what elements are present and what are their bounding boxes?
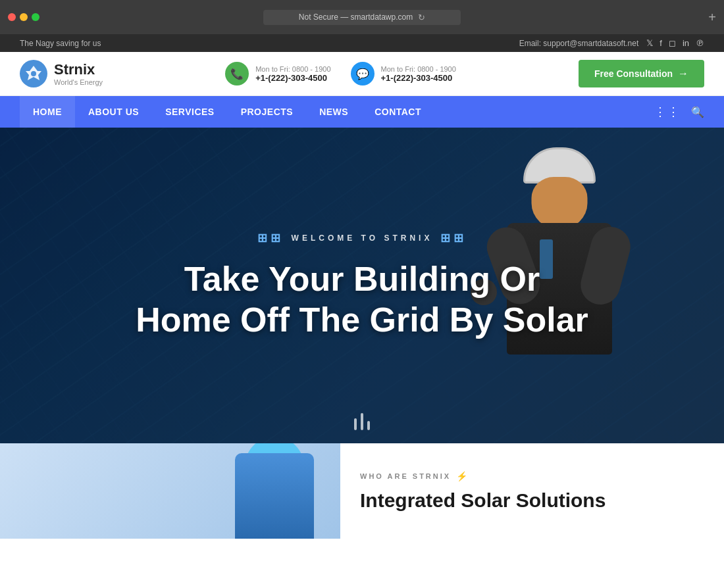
address-bar[interactable]: Not Secure — smartdatawp.com ↻ — [263, 10, 461, 25]
top-bar-tagline: The Nagy saving for us — [20, 39, 101, 48]
nav-services[interactable]: SERVICES — [152, 96, 228, 128]
nav-more-icon[interactable]: ⋮⋮ — [654, 105, 681, 119]
cta-arrow-icon: → — [678, 68, 688, 80]
hero-title-line2: Home Off The Grid By Solar — [136, 301, 588, 339]
logo-tagline: World's Energy — [54, 78, 103, 86]
contact-phone-label: Mon to Fri: 0800 - 1900 — [255, 65, 330, 73]
chat-icon: 💬 — [351, 62, 375, 86]
nav-projects[interactable]: PROJECTS — [228, 96, 306, 128]
instagram-icon[interactable]: ◻ — [669, 38, 676, 48]
contact-phone-number: +1-(222)-303-4500 — [255, 73, 330, 83]
top-bar-email: Email: support@smartdatasoft.net — [519, 39, 639, 48]
logo-text: Strnix World's Energy — [54, 61, 103, 86]
worker-body — [235, 453, 314, 539]
below-hero-image — [0, 443, 340, 539]
cta-button[interactable]: Free Consultation → — [579, 60, 704, 87]
logo-icon — [20, 60, 47, 87]
below-hero-section: WHO ARE STRNIX ⚡ Integrated Solar Soluti… — [0, 443, 724, 539]
contact-chat-text: Mon to Fri: 0800 - 1900 +1-(222)-303-450… — [381, 65, 456, 83]
nav-right: ⋮⋮ 🔍 — [654, 105, 704, 119]
phone-icon: 📞 — [225, 62, 249, 86]
top-bar: The Nagy saving for us Email: support@sm… — [0, 34, 724, 52]
header-contacts: 📞 Mon to Fri: 0800 - 1900 +1-(222)-303-4… — [225, 62, 456, 86]
refresh-icon[interactable]: ↻ — [418, 12, 425, 22]
close-button[interactable] — [8, 13, 16, 21]
linkedin-icon[interactable]: in — [683, 38, 689, 48]
nav-about[interactable]: ABOUT US — [75, 96, 152, 128]
top-bar-right: Email: support@smartdatasoft.net 𝕏 f ◻ i… — [519, 38, 704, 48]
main-nav: HOME ABOUT US SERVICES PROJECTS NEWS CON… — [0, 96, 724, 128]
contact-chat-number: +1-(222)-303-4500 — [381, 73, 456, 83]
twitter-icon[interactable]: 𝕏 — [646, 38, 653, 48]
search-icon[interactable]: 🔍 — [691, 106, 704, 118]
website-container: The Nagy saving for us Email: support@sm… — [0, 34, 724, 588]
new-tab-button[interactable]: + — [708, 10, 716, 25]
minimize-button[interactable] — [20, 13, 28, 21]
nav-items: HOME ABOUT US SERVICES PROJECTS NEWS CON… — [20, 96, 434, 128]
contact-chat-label: Mon to Fri: 0800 - 1900 — [381, 65, 456, 73]
nav-contact[interactable]: CONTACT — [361, 96, 434, 128]
hero-welcome: ⊞⊞ WELCOME TO STRNIX ⊞⊞ — [257, 231, 467, 245]
nav-news[interactable]: NEWS — [306, 96, 361, 128]
facebook-icon[interactable]: f — [659, 38, 662, 48]
address-text: Not Secure — smartdatawp.com — [299, 12, 413, 22]
contact-phone-text: Mon to Fri: 0800 - 1900 +1-(222)-303-450… — [255, 65, 330, 83]
svg-point-1 — [31, 71, 36, 76]
browser-chrome: Not Secure — smartdatawp.com ↻ + — [0, 0, 724, 34]
hero-title: Take Your Building Or Home Off The Grid … — [136, 258, 588, 341]
nav-home[interactable]: HOME — [20, 96, 75, 128]
cta-button-label: Free Consultation — [594, 68, 673, 79]
contact-phone: 📞 Mon to Fri: 0800 - 1900 +1-(222)-303-4… — [225, 62, 330, 86]
maximize-button[interactable] — [32, 13, 39, 21]
contact-chat: 💬 Mon to Fri: 0800 - 1900 +1-(222)-303-4… — [351, 62, 456, 86]
section-title: Integrated Solar Solutions — [360, 489, 704, 512]
below-hero-text: WHO ARE STRNIX ⚡ Integrated Solar Soluti… — [340, 443, 724, 539]
logo-name: Strnix — [54, 61, 103, 78]
hero-content: ⊞⊞ WELCOME TO STRNIX ⊞⊞ Take Your Buildi… — [0, 128, 724, 443]
site-header: Strnix World's Energy 📞 Mon to Fri: 0800… — [0, 52, 724, 96]
social-icons: 𝕏 f ◻ in ℗ — [646, 38, 704, 48]
logo[interactable]: Strnix World's Energy — [20, 60, 103, 87]
traffic-lights — [8, 13, 39, 21]
hero-title-line1: Take Your Building Or — [184, 260, 540, 298]
who-label-text: WHO ARE STRNIX — [360, 472, 451, 480]
hero-welcome-text: WELCOME TO STRNIX — [292, 233, 433, 243]
pinterest-icon[interactable]: ℗ — [696, 38, 704, 48]
bolt-icon: ⚡ — [456, 471, 469, 481]
hero-section: ⊞⊞ WELCOME TO STRNIX ⊞⊞ Take Your Buildi… — [0, 128, 724, 443]
solar-panel-icon-right: ⊞⊞ — [440, 231, 467, 245]
solar-panel-icon-left: ⊞⊞ — [257, 231, 284, 245]
section-label: WHO ARE STRNIX ⚡ — [360, 471, 704, 481]
